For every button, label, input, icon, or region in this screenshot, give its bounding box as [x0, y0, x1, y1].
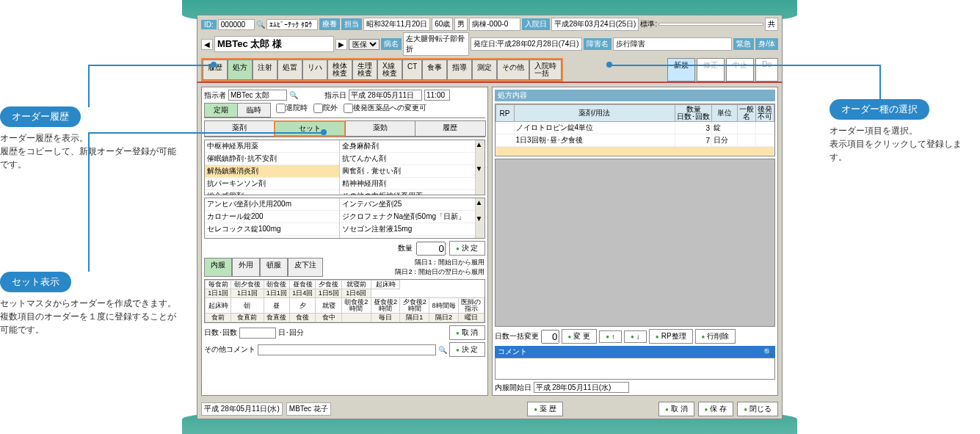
timing-cell[interactable]: 毎食前: [206, 281, 231, 289]
timing-cell[interactable]: 1日1回: [206, 289, 231, 298]
qty-input[interactable]: [416, 242, 446, 256]
timing-cell[interactable]: 朝食後: [264, 281, 289, 289]
scrollbar[interactable]: ▲▼: [476, 198, 484, 238]
timing-cell[interactable]: 隔日1: [400, 314, 429, 322]
subtab-efficacy[interactable]: 薬効: [345, 120, 415, 137]
up-button[interactable]: ↑: [599, 330, 622, 343]
subtab-history2[interactable]: 履歴: [415, 120, 485, 137]
list-item[interactable]: トラムセット配合錠: [205, 236, 339, 239]
tab-meal[interactable]: 食事: [422, 59, 447, 80]
list-item[interactable]: カロナール錠200: [205, 211, 339, 223]
list-item[interactable]: ソセゴン注射液15mg: [340, 223, 474, 236]
comment-box[interactable]: [495, 358, 776, 380]
list-item[interactable]: 抗パーキンソン剤: [205, 178, 339, 190]
tab-physio[interactable]: 生理 検査: [352, 59, 377, 80]
list-item[interactable]: 全身麻酔剤: [340, 140, 474, 153]
timing-grid[interactable]: 毎食前朝夕食後朝食後昼食後夕食後就寝前起床時 1日1回1日1回1日1回1日4回1…: [204, 279, 485, 323]
timing-cell[interactable]: 昼食後2 時間: [371, 298, 400, 314]
timing-cell[interactable]: 隔日2: [429, 314, 459, 322]
tab-guidance[interactable]: 指導: [447, 59, 472, 80]
scrollbar[interactable]: ▲▼: [476, 140, 484, 195]
list-item[interactable]: 催眠鎮静剤･抗不安剤: [205, 153, 339, 165]
rp-arrange-button[interactable]: RP整理: [649, 329, 693, 344]
tab-other[interactable]: その他: [497, 59, 529, 80]
chk-ingai[interactable]: 院外: [313, 103, 338, 117]
subtab-drug[interactable]: 薬剤: [204, 120, 275, 137]
tab-ct[interactable]: CT: [402, 59, 422, 80]
tab-treatment[interactable]: 処置: [277, 59, 302, 80]
timing-cell[interactable]: 夕: [289, 298, 315, 314]
route-topical[interactable]: 外用: [232, 258, 260, 277]
timing-cell[interactable]: 昼: [264, 298, 289, 314]
timing-cell[interactable]: 1日1回: [264, 289, 289, 298]
list-item[interactable]: アンヒバ坐剤小児用200m: [205, 198, 339, 211]
timing-cell[interactable]: 起床時: [206, 298, 231, 314]
route-oral[interactable]: 内服: [204, 258, 232, 277]
table-row[interactable]: ノイロトロピン錠4単位3錠: [496, 122, 774, 134]
timing-cell[interactable]: 食中: [316, 314, 341, 322]
search-icon[interactable]: 🔍: [289, 91, 298, 99]
timing-cell[interactable]: 食直後: [264, 314, 289, 322]
timing-cell[interactable]: 朝夕食後: [231, 281, 264, 289]
table-row[interactable]: 1日3回朝･昼･夕食後7日分: [496, 134, 774, 147]
timing-cell[interactable]: 8時間毎: [429, 298, 459, 314]
list-item[interactable]: 興奮剤．覚せい剤: [340, 165, 474, 178]
chk-taiin[interactable]: 退院時: [276, 103, 308, 117]
timing-cell[interactable]: 1日4回: [289, 289, 315, 298]
tab-xray[interactable]: X線 検査: [377, 59, 402, 80]
subtab-set[interactable]: セット: [274, 120, 346, 137]
search-icon[interactable]: 🔍: [256, 21, 265, 29]
stop-button[interactable]: 中止: [726, 58, 754, 82]
shijisha-input[interactable]: [228, 90, 287, 101]
list-item[interactable]: 解熱鎮痛消炎剤: [205, 165, 339, 178]
timing-cell[interactable]: 1日6回: [341, 289, 371, 298]
shintai[interactable]: 身/体: [755, 38, 778, 50]
shijitime-input[interactable]: [424, 90, 450, 101]
save-button[interactable]: 保 存: [698, 402, 734, 416]
down-button[interactable]: ↓: [624, 330, 647, 343]
timing-cell[interactable]: [341, 314, 371, 322]
list-item[interactable]: ジクロフェナクNa坐剤50mg「日新」: [340, 211, 474, 223]
timing-cell[interactable]: 毎日: [371, 314, 400, 322]
list-item[interactable]: セレコックス錠100mg: [205, 223, 339, 236]
timing-cell[interactable]: 夕食後2 時間: [400, 298, 429, 314]
timing-cell[interactable]: 就寝前: [341, 281, 371, 289]
subtab-teiki[interactable]: 定期: [204, 103, 238, 117]
start-date-input[interactable]: [534, 382, 629, 393]
timing-cell[interactable]: 朝食後2 時間: [341, 298, 371, 314]
list-item[interactable]: 総合感冒剤: [205, 190, 339, 195]
cancel-button[interactable]: 取 消: [449, 325, 485, 340]
decide-button[interactable]: 決 定: [449, 241, 485, 256]
timing-cell[interactable]: 食直前: [231, 314, 264, 322]
timing-cell[interactable]: 夕食後: [316, 281, 341, 289]
search-icon[interactable]: 🔍: [438, 346, 447, 354]
nav-next[interactable]: ▶: [335, 39, 347, 50]
timing-cell[interactable]: 曜日: [458, 314, 484, 322]
tab-rx[interactable]: 処方: [228, 59, 253, 80]
edit-button[interactable]: 修正: [697, 58, 725, 82]
list-item[interactable]: インテバン坐剤25: [340, 198, 474, 211]
nav-prev[interactable]: ◀: [201, 39, 213, 50]
route-prn[interactable]: 頓服: [260, 258, 288, 277]
timing-cell[interactable]: 就寝: [316, 298, 341, 314]
close-button[interactable]: 閉じる: [737, 402, 778, 416]
timing-cell[interactable]: 朝: [231, 298, 264, 314]
daycount-input[interactable]: [541, 330, 559, 344]
tab-measure[interactable]: 測定: [472, 59, 497, 80]
kyou[interactable]: 共: [765, 18, 778, 31]
timing-cell[interactable]: 医師の 指示: [458, 298, 484, 314]
tab-specimen[interactable]: 検体 検査: [327, 59, 352, 80]
timing-cell[interactable]: 1日1回: [231, 289, 264, 298]
tab-injection[interactable]: 注射: [253, 59, 277, 80]
timing-cell[interactable]: 1日5回: [316, 289, 341, 298]
shijidate-input[interactable]: [349, 90, 422, 101]
kinkyu[interactable]: 緊急: [733, 38, 754, 50]
tab-admission-batch[interactable]: 入院時 一括: [529, 59, 562, 80]
new-button[interactable]: 新規: [667, 58, 695, 82]
yakureki-button[interactable]: 薬 歴: [527, 402, 563, 416]
change-button[interactable]: 変 更: [562, 329, 598, 344]
insurance-select[interactable]: 医保: [349, 39, 380, 50]
do-button[interactable]: Do: [755, 58, 778, 82]
timing-cell[interactable]: 食後: [289, 314, 315, 322]
route-sc[interactable]: 皮下注: [288, 258, 323, 277]
